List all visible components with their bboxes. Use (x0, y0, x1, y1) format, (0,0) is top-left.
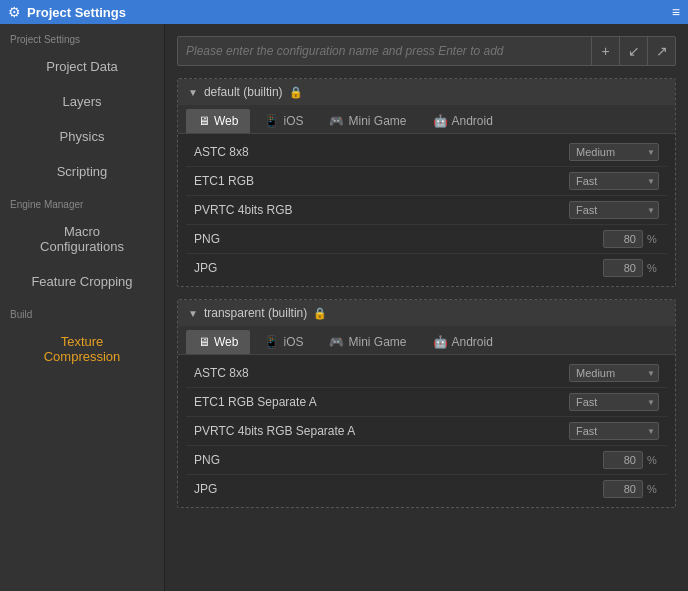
t-jpg-input[interactable] (603, 480, 643, 498)
table-row: ETC1 RGB Separate A FastMediumSlow (186, 388, 667, 417)
t-png-input[interactable] (603, 451, 643, 469)
section-transparent-title: transparent (builtin) (204, 306, 307, 320)
row-label: PVRTC 4bits RGB (194, 203, 569, 217)
t-png-unit: % (645, 454, 659, 466)
pvrtc-select[interactable]: FastMediumSlow (569, 201, 659, 219)
tab-default-ios[interactable]: 📱 iOS (252, 109, 315, 133)
tab-transparent-mini-game[interactable]: 🎮 Mini Game (317, 330, 418, 354)
section-transparent-header[interactable]: ▼ transparent (builtin) 🔒 (178, 300, 675, 326)
table-row: PNG % (186, 446, 667, 475)
png-unit: % (645, 233, 659, 245)
select-wrapper: FastMediumSlow (569, 422, 659, 440)
table-row: ETC1 RGB FastMediumSlow (186, 167, 667, 196)
astc8x8-select[interactable]: MediumFastSlow (569, 143, 659, 161)
select-wrapper: MediumFastSlow (569, 143, 659, 161)
table-transparent: ASTC 8x8 MediumFastSlow ETC1 RGB Separat… (178, 355, 675, 507)
tab-transparent-web-label: Web (214, 335, 238, 349)
sidebar-item-macro-configurations[interactable]: MacroConfigurations (0, 214, 164, 264)
row-label: JPG (194, 261, 603, 275)
t-astc8x8-select[interactable]: MediumFastSlow (569, 364, 659, 382)
section-default-header[interactable]: ▼ default (builtin) 🔒 (178, 79, 675, 105)
tab-default-android-label: Android (452, 114, 493, 128)
sidebar-item-feature-cropping[interactable]: Feature Cropping (0, 264, 164, 299)
tab-transparent-ios-label: iOS (283, 335, 303, 349)
section-transparent: ▼ transparent (builtin) 🔒 🖥 Web 📱 iOS 🎮 … (177, 299, 676, 508)
web-icon: 🖥 (198, 114, 210, 128)
sidebar-item-physics[interactable]: Physics (0, 119, 164, 154)
menu-icon[interactable]: ≡ (672, 4, 680, 20)
sidebar-item-layers[interactable]: Layers (0, 84, 164, 119)
row-control: % (603, 230, 659, 248)
row-control: % (603, 259, 659, 277)
row-control: FastMediumSlow (569, 172, 659, 190)
png-input[interactable] (603, 230, 643, 248)
t-etc1-select[interactable]: FastMediumSlow (569, 393, 659, 411)
mini-game-icon: 🎮 (329, 335, 344, 349)
tab-transparent-mini-game-label: Mini Game (348, 335, 406, 349)
table-row: PVRTC 4bits RGB Separate A FastMediumSlo… (186, 417, 667, 446)
table-row: ASTC 8x8 MediumFastSlow (186, 359, 667, 388)
row-control: MediumFastSlow (569, 143, 659, 161)
section-default: ▼ default (builtin) 🔒 🖥 Web 📱 iOS 🎮 Mini… (177, 78, 676, 287)
select-wrapper: FastMediumSlow (569, 172, 659, 190)
tab-default-mini-game[interactable]: 🎮 Mini Game (317, 109, 418, 133)
table-row: JPG % (186, 475, 667, 503)
row-label: PNG (194, 453, 603, 467)
ios-icon: 📱 (264, 114, 279, 128)
import-button[interactable]: ↙ (619, 37, 647, 65)
chevron-down-icon: ▼ (188, 87, 198, 98)
tab-default-web[interactable]: 🖥 Web (186, 109, 250, 133)
row-label: ASTC 8x8 (194, 366, 569, 380)
search-input[interactable] (178, 38, 591, 64)
etc1-select[interactable]: FastMediumSlow (569, 172, 659, 190)
android-icon: 🤖 (433, 335, 448, 349)
section-label-project-settings: Project Settings (0, 24, 164, 49)
chevron-down-icon: ▼ (188, 308, 198, 319)
table-row: JPG % (186, 254, 667, 282)
add-button[interactable]: + (591, 37, 619, 65)
table-row: PNG % (186, 225, 667, 254)
row-label: ETC1 RGB Separate A (194, 395, 569, 409)
t-pvrtc-select[interactable]: FastMediumSlow (569, 422, 659, 440)
row-control: % (603, 480, 659, 498)
android-icon: 🤖 (433, 114, 448, 128)
sidebar-section-build: Build TextureCompression (0, 299, 164, 374)
tab-transparent-ios[interactable]: 📱 iOS (252, 330, 315, 354)
section-label-build: Build (0, 299, 164, 324)
export-button[interactable]: ↗ (647, 37, 675, 65)
table-row: PVRTC 4bits RGB FastMediumSlow (186, 196, 667, 225)
row-label: ASTC 8x8 (194, 145, 569, 159)
row-control: MediumFastSlow (569, 364, 659, 382)
sidebar-item-project-data[interactable]: Project Data (0, 49, 164, 84)
tab-transparent-web[interactable]: 🖥 Web (186, 330, 250, 354)
select-wrapper: MediumFastSlow (569, 364, 659, 382)
row-control: FastMediumSlow (569, 201, 659, 219)
row-control: % (603, 451, 659, 469)
jpg-input[interactable] (603, 259, 643, 277)
row-label: ETC1 RGB (194, 174, 569, 188)
sidebar-section-project-settings: Project Settings Project Data Layers Phy… (0, 24, 164, 189)
row-label: PVRTC 4bits RGB Separate A (194, 424, 569, 438)
platform-tabs-transparent: 🖥 Web 📱 iOS 🎮 Mini Game 🤖 Android (178, 326, 675, 355)
web-icon: 🖥 (198, 335, 210, 349)
sidebar-item-texture-compression[interactable]: TextureCompression (0, 324, 164, 374)
section-default-title: default (builtin) (204, 85, 283, 99)
tab-transparent-android[interactable]: 🤖 Android (421, 330, 505, 354)
sidebar: Project Settings Project Data Layers Phy… (0, 24, 165, 591)
table-default: ASTC 8x8 MediumFastSlow ETC1 RGB (178, 134, 675, 286)
title-bar-title: Project Settings (27, 5, 126, 20)
sidebar-item-scripting[interactable]: Scripting (0, 154, 164, 189)
t-jpg-unit: % (645, 483, 659, 495)
select-wrapper: FastMediumSlow (569, 201, 659, 219)
row-control: FastMediumSlow (569, 422, 659, 440)
row-label: PNG (194, 232, 603, 246)
tab-default-ios-label: iOS (283, 114, 303, 128)
tab-transparent-android-label: Android (452, 335, 493, 349)
platform-tabs-default: 🖥 Web 📱 iOS 🎮 Mini Game 🤖 Android (178, 105, 675, 134)
settings-icon: ⚙ (8, 4, 21, 20)
tab-default-android[interactable]: 🤖 Android (421, 109, 505, 133)
row-label: JPG (194, 482, 603, 496)
sidebar-section-engine-manager: Engine Manager MacroConfigurations Featu… (0, 189, 164, 299)
mini-game-icon: 🎮 (329, 114, 344, 128)
tab-default-mini-game-label: Mini Game (348, 114, 406, 128)
